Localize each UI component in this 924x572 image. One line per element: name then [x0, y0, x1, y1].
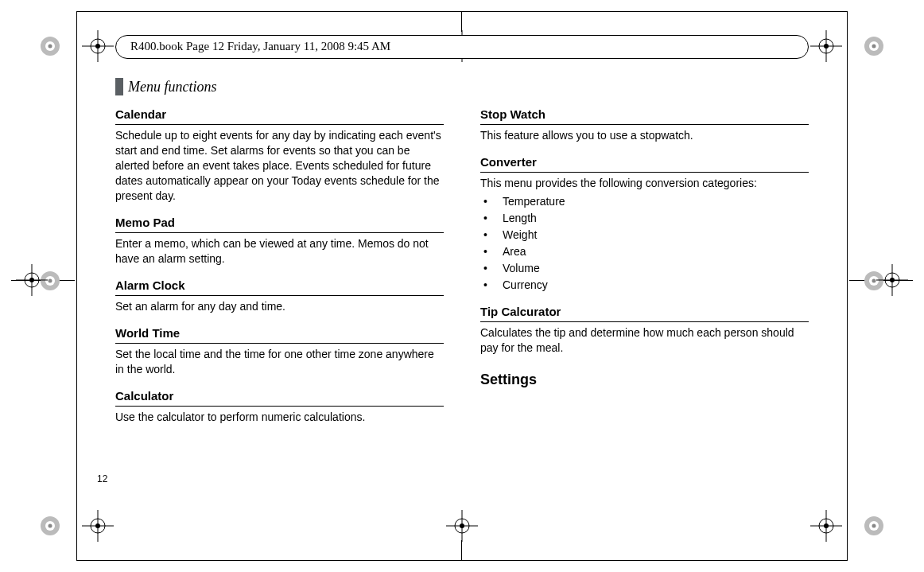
- svg-point-2: [49, 45, 52, 49]
- section-memopad-title: Memo Pad: [115, 215, 444, 233]
- registration-disc-icon: [864, 270, 884, 291]
- list-item: Temperature: [480, 194, 809, 209]
- registration-disc-icon: [40, 36, 60, 56]
- section-worldtime-title: World Time: [115, 325, 444, 344]
- list-item: Volume: [480, 261, 809, 276]
- list-item: Currency: [480, 278, 809, 293]
- svg-point-16: [869, 276, 879, 286]
- registration-disc-icon: [40, 270, 60, 291]
- list-item: Area: [480, 244, 809, 259]
- svg-point-4: [869, 41, 879, 51]
- registration-disc-icon: [864, 36, 884, 56]
- chapter-label: Menu functions: [128, 79, 216, 95]
- section-stopwatch-title: Stop Watch: [480, 107, 809, 125]
- svg-point-7: [45, 521, 55, 531]
- registration-disc-icon: [40, 516, 60, 536]
- section-converter-body: This menu provides the following convers…: [480, 176, 809, 191]
- converter-list: Temperature Length Weight Area Volume Cu…: [480, 194, 809, 292]
- chapter-bar-icon: [115, 78, 123, 95]
- crop-tick: [461, 11, 462, 32]
- svg-point-10: [869, 521, 879, 531]
- chapter-heading: Menu functions: [115, 78, 216, 95]
- running-header-text: R400.book Page 12 Friday, January 11, 20…: [130, 40, 390, 53]
- page-number: 12: [97, 473, 107, 484]
- svg-point-3: [864, 37, 883, 56]
- svg-point-6: [41, 516, 60, 535]
- registration-disc-icon: [864, 516, 884, 536]
- svg-point-0: [41, 37, 60, 56]
- section-worldtime-body: Set the local time and the time for one …: [115, 347, 444, 377]
- right-column: Stop Watch This feature allows you to us…: [480, 107, 809, 500]
- list-item: Length: [480, 211, 809, 226]
- section-tipcalc-title: Tip Calcurator: [480, 304, 809, 322]
- section-stopwatch-body: This feature allows you to use a stopwat…: [480, 128, 809, 143]
- list-item: Weight: [480, 228, 809, 243]
- crop-tick: [11, 280, 75, 281]
- section-tipcalc-body: Calculates the tip and determine how muc…: [480, 325, 809, 356]
- svg-point-8: [49, 524, 52, 528]
- section-converter-title: Converter: [480, 154, 809, 173]
- content-columns: Calendar Schedule up to eight events for…: [115, 107, 809, 500]
- svg-point-13: [45, 276, 55, 286]
- svg-point-1: [45, 41, 55, 51]
- section-calendar-title: Calendar: [115, 107, 444, 125]
- crop-tick: [461, 540, 462, 561]
- crop-tick: [849, 280, 913, 281]
- section-alarm-body: Set an alarm for any day and time.: [115, 299, 444, 314]
- section-calculator-title: Calculator: [115, 388, 444, 407]
- svg-point-12: [41, 271, 60, 290]
- svg-point-11: [872, 524, 876, 528]
- section-calendar-body: Schedule up to eight events for any day …: [115, 128, 444, 203]
- svg-point-5: [872, 45, 876, 49]
- left-column: Calendar Schedule up to eight events for…: [115, 107, 444, 500]
- section-settings-title: Settings: [480, 370, 809, 389]
- svg-point-9: [864, 516, 883, 535]
- svg-point-15: [864, 271, 883, 290]
- running-header: R400.book Page 12 Friday, January 11, 20…: [115, 35, 809, 59]
- section-memopad-body: Enter a memo, which can be viewed at any…: [115, 236, 444, 267]
- section-alarm-title: Alarm Clock: [115, 278, 444, 296]
- section-calculator-body: Use the calculator to perform numeric ca…: [115, 410, 444, 425]
